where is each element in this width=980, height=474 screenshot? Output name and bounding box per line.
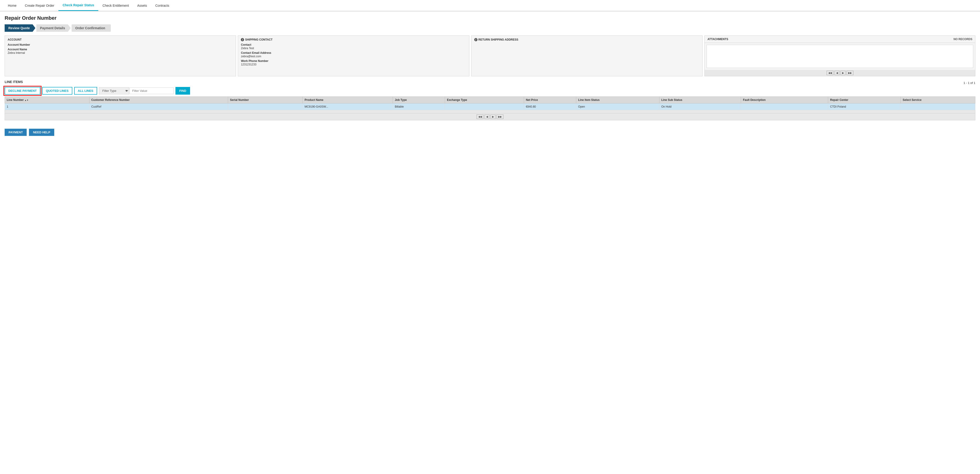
cell-exchange-type bbox=[445, 104, 524, 110]
return-shipping-title: i RETURN SHIPPING ADDRESS bbox=[474, 38, 700, 41]
attachments-footer: ◀◀ ◀ ▶ ▶▶ bbox=[705, 70, 975, 76]
wizard-step-review-quote[interactable]: Review Quote bbox=[5, 24, 35, 32]
wizard-steps: Review Quote Payment Details Order Confi… bbox=[5, 24, 975, 32]
all-lines-button[interactable]: ALL LINES bbox=[74, 87, 97, 95]
account-box: ACCOUNT Account Number Account Name Zebr… bbox=[5, 35, 236, 76]
col-line-item-status: Line Item Status bbox=[576, 97, 659, 104]
account-name-label: Account Name bbox=[8, 48, 233, 51]
filter-value-input[interactable] bbox=[130, 88, 173, 94]
attachments-prev-btn[interactable]: ◀ bbox=[834, 71, 840, 75]
sort-icon-line-number[interactable]: ▲▼ bbox=[25, 99, 29, 101]
cell-customer-ref: CustRef bbox=[89, 104, 228, 110]
attachments-first-btn[interactable]: ◀◀ bbox=[827, 71, 834, 75]
page-title: Repair Order Number bbox=[5, 15, 975, 21]
table-prev-btn[interactable]: ◀ bbox=[484, 115, 490, 119]
line-items-title: LINE ITEMS bbox=[5, 80, 23, 84]
attachments-next-btn[interactable]: ▶ bbox=[840, 71, 846, 75]
attachments-content bbox=[706, 45, 973, 68]
decline-payment-button[interactable]: DECLINE PAYMENT bbox=[5, 87, 40, 95]
pagination-info: 1 - 1 of 1 bbox=[964, 81, 975, 85]
nav-check-repair-status[interactable]: Check Repair Status bbox=[59, 0, 98, 11]
col-repair-center: Repair Center bbox=[828, 97, 901, 104]
cell-product-name: MC9190-GA0SW... bbox=[302, 104, 393, 110]
cell-line-sub-status: On Hold bbox=[659, 104, 741, 110]
table-last-btn[interactable]: ▶▶ bbox=[496, 115, 503, 119]
table-row: 1 CustRef MC9190-GA0SW... Billable €840.… bbox=[5, 104, 975, 110]
cell-net-price: €840.80 bbox=[524, 104, 576, 110]
cell-serial-number bbox=[228, 104, 303, 110]
account-name-value: Zebra Internal bbox=[8, 51, 233, 54]
col-fault-description: Fault Description bbox=[741, 97, 828, 104]
wizard-step-order-confirmation[interactable]: Order Confirmation bbox=[72, 24, 111, 32]
account-number-label: Account Number bbox=[8, 43, 233, 46]
info-icon-shipping: i bbox=[241, 38, 244, 41]
col-exchange-type: Exchange Type bbox=[445, 97, 524, 104]
return-shipping-box: i RETURN SHIPPING ADDRESS bbox=[471, 35, 703, 76]
info-row: ACCOUNT Account Number Account Name Zebr… bbox=[5, 35, 975, 76]
nav-create-repair-order[interactable]: Create Repair Order bbox=[21, 0, 59, 11]
work-phone-label: Work Phone Number bbox=[241, 59, 466, 62]
table-footer: ◀◀ ◀ ▶ ▶▶ bbox=[5, 113, 975, 120]
attachments-title: ATTACHMENTS bbox=[707, 38, 728, 41]
col-customer-ref: Customer Reference Number bbox=[89, 97, 228, 104]
contact-label: Contact bbox=[241, 43, 466, 46]
bottom-buttons: PAYMENT NEED HELP bbox=[5, 126, 975, 136]
filter-type-select[interactable]: Filter Type bbox=[99, 87, 129, 94]
col-net-price: Net Price bbox=[524, 97, 576, 104]
nav-check-entitlement[interactable]: Check Entitlement bbox=[98, 0, 133, 11]
line-items-toolbar: DECLINE PAYMENT QUOTED LINES ALL LINES F… bbox=[5, 87, 975, 95]
line-items-section: LINE ITEMS 1 - 1 of 1 DECLINE PAYMENT QU… bbox=[5, 80, 975, 120]
nav-contracts[interactable]: Contracts bbox=[151, 0, 173, 11]
table-scrollbar[interactable] bbox=[5, 110, 975, 113]
cell-job-type: Billable bbox=[393, 104, 445, 110]
cell-line-item-status: Open bbox=[576, 104, 659, 110]
quoted-lines-button[interactable]: QUOTED LINES bbox=[42, 87, 72, 95]
page-content: Repair Order Number Review Quote Payment… bbox=[0, 11, 980, 140]
col-line-number: Line Number ▲▼ bbox=[5, 97, 89, 104]
table-first-btn[interactable]: ◀◀ bbox=[477, 115, 484, 119]
nav-home[interactable]: Home bbox=[4, 0, 21, 11]
table-next-btn[interactable]: ▶ bbox=[490, 115, 496, 119]
payment-button[interactable]: PAYMENT bbox=[5, 129, 27, 136]
contact-value: Zebra Test bbox=[241, 46, 466, 50]
info-icon-return: i bbox=[474, 38, 477, 41]
need-help-button[interactable]: NEED HELP bbox=[29, 129, 54, 136]
attachments-header: ATTACHMENTS No Records bbox=[705, 36, 975, 43]
work-phone-value: 1231231233 bbox=[241, 63, 466, 66]
nav-assets[interactable]: Assets bbox=[133, 0, 151, 11]
table-header-row: Line Number ▲▼ Customer Reference Number… bbox=[5, 97, 975, 104]
attachments-box: ATTACHMENTS No Records ◀◀ ◀ ▶ ▶▶ bbox=[705, 35, 975, 76]
col-serial-number: Serial Number bbox=[228, 97, 303, 104]
wizard-step-payment-details[interactable]: Payment Details bbox=[37, 24, 71, 32]
find-button[interactable]: FIND bbox=[175, 87, 190, 95]
contact-email-label: Contact Email Address bbox=[241, 51, 466, 54]
col-select-service: Select Service bbox=[901, 97, 975, 104]
shipping-contact-box: i SHIPPING CONTACT Contact Zebra Test Co… bbox=[238, 35, 469, 76]
shipping-contact-title: i SHIPPING CONTACT bbox=[241, 38, 466, 41]
line-items-table: Line Number ▲▼ Customer Reference Number… bbox=[5, 96, 975, 110]
attachments-last-btn[interactable]: ▶▶ bbox=[846, 71, 853, 75]
col-job-type: Job Type bbox=[393, 97, 445, 104]
cell-repair-center: CTDI Poland bbox=[828, 104, 901, 110]
contact-email-value: zebra@test.com bbox=[241, 55, 466, 58]
cell-select-service bbox=[901, 104, 975, 110]
cell-fault-description bbox=[741, 104, 828, 110]
account-box-title: ACCOUNT bbox=[8, 38, 233, 41]
col-product-name: Product Name bbox=[302, 97, 393, 104]
col-line-sub-status: Line Sub Status bbox=[659, 97, 741, 104]
attachments-no-records: No Records bbox=[954, 38, 972, 41]
top-navigation: Home Create Repair Order Check Repair St… bbox=[0, 0, 980, 11]
cell-line-number: 1 bbox=[5, 104, 89, 110]
